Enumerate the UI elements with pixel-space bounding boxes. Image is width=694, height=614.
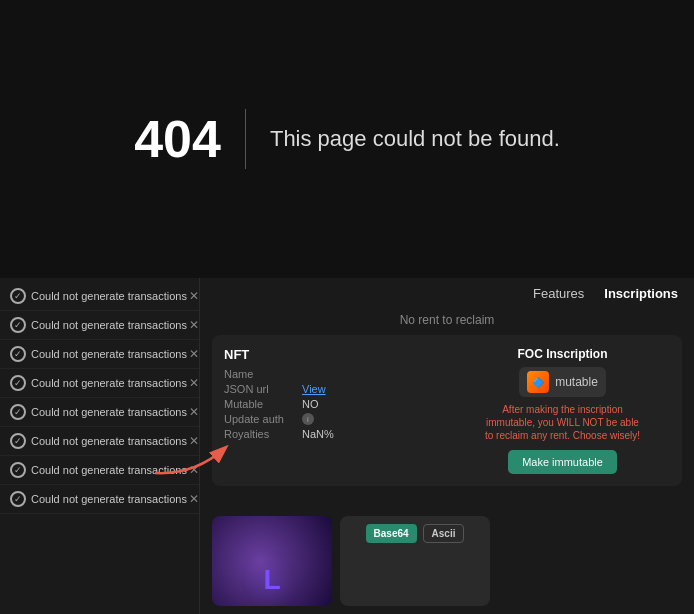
ascii-button[interactable]: Ascii xyxy=(423,524,465,543)
make-immutable-button[interactable]: Make immutable xyxy=(508,450,617,474)
nft-label-name: Name xyxy=(224,368,294,380)
close-icon[interactable]: ✕ xyxy=(187,289,201,303)
close-icon[interactable]: ✕ xyxy=(187,347,201,361)
nft-image-card: L xyxy=(212,516,332,606)
notification-text: Could not generate transactions xyxy=(31,377,187,389)
right-panel: Features Inscriptions No rent to reclaim… xyxy=(200,278,694,614)
nft-row: Name xyxy=(224,368,439,380)
top-nav: Features Inscriptions xyxy=(200,278,694,309)
error-code: 404 xyxy=(134,109,221,169)
check-circle-icon xyxy=(10,462,26,478)
list-item: Could not generate transactions ✕ xyxy=(0,340,199,369)
arrow-icon xyxy=(145,433,235,483)
notification-left: Could not generate transactions xyxy=(10,346,187,362)
nft-value-json[interactable]: View xyxy=(302,383,326,395)
arrow-overlay xyxy=(145,433,235,487)
notification-text: Could not generate transactions xyxy=(31,406,187,418)
content-area: No rent to reclaim NFT Name JSON url Vie… xyxy=(200,309,694,516)
nft-label-json: JSON url xyxy=(224,383,294,395)
nft-row: Mutable NO xyxy=(224,398,439,410)
error-container: 404 This page could not be found. xyxy=(134,109,560,169)
list-item: Could not generate transactions ✕ xyxy=(0,485,199,514)
nav-features[interactable]: Features xyxy=(533,286,584,301)
list-item: Could not generate transactions ✕ xyxy=(0,398,199,427)
notification-text: Could not generate transactions xyxy=(31,348,187,360)
check-circle-icon xyxy=(10,491,26,507)
check-circle-icon xyxy=(10,288,26,304)
notification-left: Could not generate transactions xyxy=(10,375,187,391)
nft-card: NFT Name JSON url View Mutable NO Upda xyxy=(212,335,682,486)
no-rent-label: No rent to reclaim xyxy=(212,313,682,327)
foc-badge-text: mutable xyxy=(555,375,598,389)
close-icon[interactable]: ✕ xyxy=(187,318,201,332)
nft-row: Update auth i xyxy=(224,413,439,425)
notification-left: Could not generate transactions xyxy=(10,317,187,333)
notification-left: Could not generate transactions xyxy=(10,491,187,507)
foc-title: FOC Inscription xyxy=(518,347,608,361)
nft-value-royalties: NaN% xyxy=(302,428,334,440)
bottom-section: Could not generate transactions ✕ Could … xyxy=(0,278,694,614)
check-circle-icon xyxy=(10,317,26,333)
nft-label-mutable: Mutable xyxy=(224,398,294,410)
check-circle-icon xyxy=(10,346,26,362)
notification-left: Could not generate transactions xyxy=(10,404,187,420)
foc-badge: 🔷 mutable xyxy=(519,367,606,397)
info-icon: i xyxy=(302,413,314,425)
close-icon[interactable]: ✕ xyxy=(187,492,201,506)
foc-panel: FOC Inscription 🔷 mutable After making t… xyxy=(455,347,670,474)
notification-text: Could not generate transactions xyxy=(31,319,187,331)
nav-inscriptions[interactable]: Inscriptions xyxy=(604,286,678,301)
notification-text: Could not generate transactions xyxy=(31,290,187,302)
foc-warning: After making the inscription immutable, … xyxy=(483,403,643,442)
list-item: Could not generate transactions ✕ xyxy=(0,282,199,311)
check-circle-icon xyxy=(10,433,26,449)
inscription-buttons: Base64 Ascii xyxy=(366,524,465,543)
nft-title: NFT xyxy=(224,347,439,362)
check-circle-icon xyxy=(10,404,26,420)
notification-left: Could not generate transactions xyxy=(10,288,187,304)
foc-badge-icon: 🔷 xyxy=(527,371,549,393)
images-row: L Base64 Ascii xyxy=(200,516,694,614)
nft-row: Royalties NaN% xyxy=(224,428,439,440)
error-section: 404 This page could not be found. xyxy=(0,0,694,278)
check-circle-icon xyxy=(10,375,26,391)
nft-row: JSON url View xyxy=(224,383,439,395)
base64-button[interactable]: Base64 xyxy=(366,524,417,543)
nft-left: NFT Name JSON url View Mutable NO Upda xyxy=(224,347,439,474)
inscription-card: Base64 Ascii xyxy=(340,516,490,606)
nft-value-mutable: NO xyxy=(302,398,319,410)
error-message: This page could not be found. xyxy=(270,126,560,152)
nft-label-update: Update auth xyxy=(224,413,294,425)
nft-letter: L xyxy=(263,564,280,596)
close-icon[interactable]: ✕ xyxy=(187,376,201,390)
close-icon[interactable]: ✕ xyxy=(187,405,201,419)
list-item: Could not generate transactions ✕ xyxy=(0,369,199,398)
list-item: Could not generate transactions ✕ xyxy=(0,311,199,340)
vertical-divider xyxy=(245,109,246,169)
notification-text: Could not generate transactions xyxy=(31,493,187,505)
